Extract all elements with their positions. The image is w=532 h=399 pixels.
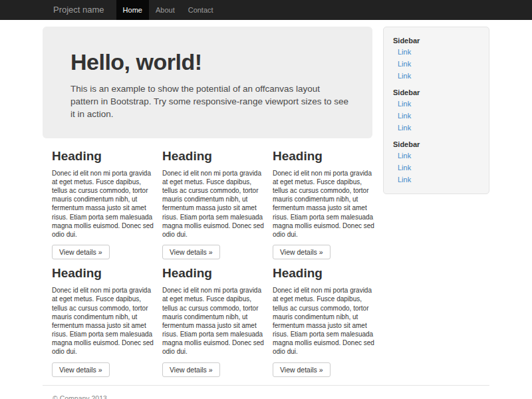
sidebar-link[interactable]: Link [384, 70, 489, 82]
navbar-menu: Home About Contact [116, 0, 220, 20]
nav-item-about[interactable]: About [149, 0, 182, 20]
sidebar-link[interactable]: Link [384, 174, 489, 186]
sidebar-column: Sidebar Link Link Link Sidebar Link Link… [383, 27, 489, 377]
navbar: Project name Home About Contact [0, 0, 532, 20]
feature-heading: Heading [52, 149, 154, 164]
feature-text: Donec id elit non mi porta gravida at eg… [162, 286, 265, 356]
sidebar-link[interactable]: Link [384, 58, 489, 70]
feature-card: Heading Donec id elit non mi porta gravi… [162, 266, 265, 377]
feature-heading: Heading [162, 266, 265, 281]
sidebar-link[interactable]: Link [384, 46, 489, 58]
feature-heading: Heading [162, 149, 265, 164]
nav-item-home[interactable]: Home [116, 0, 149, 20]
jumbotron: Hello, world! This is an example to show… [43, 27, 372, 138]
feature-text: Donec id elit non mi porta gravida at eg… [273, 286, 375, 356]
footer: © Company 2013 [43, 385, 489, 399]
features-row-2: Heading Donec id elit non mi porta gravi… [43, 266, 383, 377]
page-title: Hello, world! [70, 49, 348, 75]
sidebar-group: Sidebar Link Link Link [384, 34, 489, 82]
view-details-button[interactable]: View details » [52, 245, 110, 259]
feature-card: Heading Donec id elit non mi porta gravi… [52, 149, 154, 260]
feature-card: Heading Donec id elit non mi porta gravi… [162, 149, 265, 260]
navbar-inner: Project name Home About Contact [43, 0, 489, 20]
feature-card: Heading Donec id elit non mi porta gravi… [273, 266, 375, 377]
feature-text: Donec id elit non mi porta gravida at eg… [273, 169, 375, 239]
feature-text: Donec id elit non mi porta gravida at eg… [52, 169, 154, 239]
view-details-button[interactable]: View details » [162, 362, 220, 377]
view-details-button[interactable]: View details » [273, 245, 331, 259]
sidebar-group-header: Sidebar [384, 86, 489, 98]
main-container: Hello, world! This is an example to show… [43, 27, 489, 377]
nav-item-contact[interactable]: Contact [182, 0, 220, 20]
sidebar-link[interactable]: Link [384, 150, 489, 162]
view-details-button[interactable]: View details » [52, 362, 110, 377]
feature-card: Heading Donec id elit non mi porta gravi… [52, 266, 154, 377]
sidebar-link[interactable]: Link [384, 122, 489, 134]
view-details-button[interactable]: View details » [273, 362, 331, 377]
page: Project name Home About Contact Hello, w… [0, 0, 532, 399]
feature-heading: Heading [273, 149, 375, 164]
feature-card: Heading Donec id elit non mi porta gravi… [273, 149, 375, 260]
view-details-button[interactable]: View details » [162, 245, 220, 259]
sidebar-group: Sidebar Link Link Link [384, 138, 489, 186]
jumbotron-text: This is an example to show the potential… [70, 83, 348, 121]
main-column: Hello, world! This is an example to show… [43, 27, 383, 377]
sidebar-group-header: Sidebar [384, 138, 489, 150]
sidebar-group: Sidebar Link Link Link [384, 86, 489, 134]
feature-text: Donec id elit non mi porta gravida at eg… [162, 169, 265, 239]
sidebar-link[interactable]: Link [384, 110, 489, 122]
sidebar-well: Sidebar Link Link Link Sidebar Link Link… [383, 27, 489, 194]
feature-heading: Heading [273, 266, 375, 281]
sidebar-link[interactable]: Link [384, 98, 489, 110]
brand-link[interactable]: Project name [43, 0, 116, 20]
feature-heading: Heading [52, 266, 154, 281]
sidebar-link[interactable]: Link [384, 162, 489, 174]
feature-text: Donec id elit non mi porta gravida at eg… [52, 286, 154, 356]
features-row-1: Heading Donec id elit non mi porta gravi… [43, 149, 383, 260]
sidebar-group-header: Sidebar [384, 34, 489, 46]
copyright-text: © Company 2013 [53, 394, 489, 399]
